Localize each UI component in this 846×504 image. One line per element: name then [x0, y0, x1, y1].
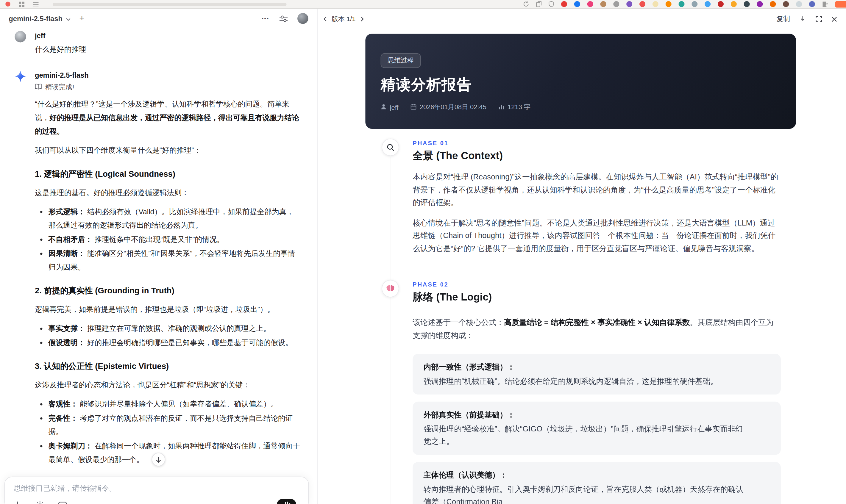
word-count-meta: 1213 字	[498, 103, 530, 112]
scroll-to-bottom-button[interactable]	[152, 452, 165, 466]
chevron-down-icon	[66, 14, 71, 22]
extension-icon[interactable]	[783, 1, 789, 7]
section-heading: 1. 逻辑的严密性 (Logical Soundness)	[35, 167, 300, 181]
chat-transcript[interactable]: jeff 什么是好的推理 gemini-2.5-flash 精读完成! “什么是…	[0, 28, 317, 504]
section-heading: 3. 认知的公正性 (Epistemic Virtues)	[35, 359, 300, 373]
list-item: 客观性： 能够识别并尽量排除个人偏见（如幸存者偏差、确认偏差）。	[49, 397, 300, 411]
shield-icon[interactable]	[549, 1, 554, 7]
extension-icon[interactable]	[613, 1, 619, 7]
extension-icon[interactable]	[718, 1, 724, 7]
close-button[interactable]	[831, 16, 838, 22]
list-icon[interactable]	[33, 1, 38, 7]
jeff-avatar	[15, 31, 26, 42]
model-name: gemini-2.5-flash	[8, 14, 63, 22]
report-meta: jeff 2026年01月08日 02:45 1213 字	[381, 103, 781, 112]
card-text: 强调推理的“机械正确”。结论必须在给定的规则系统内逻辑自洽，这是推理的硬件基础。	[424, 375, 748, 388]
book-icon	[35, 83, 42, 91]
version-next-button[interactable]	[360, 16, 364, 22]
dimension-card-3: 主体伦理（认识美德）： 转向推理者的心理特征。引入奥卡姆剃刀和反向论证，旨在克服…	[412, 462, 781, 504]
list-item: 完备性： 考虑了对立的观点和潜在的反证，而不是只选择支持自己结论的证据。	[49, 412, 300, 438]
tools-button[interactable]	[36, 501, 44, 504]
extension-icon[interactable]	[809, 1, 815, 7]
user-message: jeff 什么是好的推理	[0, 30, 317, 56]
section-lead: 这涉及推理者的心态和方法论，也是区分“杠精”和“思想家”的关键：	[35, 378, 300, 392]
download-button[interactable]	[799, 16, 806, 23]
status-text: 精读完成!	[45, 83, 74, 92]
browser-chrome-bar	[0, 0, 846, 8]
version-prev-button[interactable]	[323, 16, 327, 22]
phase-section-1: PHASE 01 全景 (The Context) 本内容是对“推理 (Reas…	[365, 139, 796, 255]
card-title: 外部真实性（前提基础）：	[424, 409, 770, 421]
list-item: 奥卡姆剃刀： 在解释同一个现象时，如果两种推理都能站得住脚，通常倾向于最简单、假…	[49, 439, 300, 466]
copy-button[interactable]: 复制	[776, 14, 790, 23]
author-meta: jeff	[381, 104, 399, 111]
extension-icon[interactable]	[561, 1, 567, 7]
new-chat-button[interactable]: +	[80, 14, 85, 23]
extension-icon[interactable]	[770, 1, 776, 7]
extension-icon[interactable]	[587, 1, 593, 7]
refresh-icon[interactable]	[523, 1, 529, 7]
more-options-button[interactable]: ⋯	[261, 14, 270, 23]
intro-bold: 好的推理是从已知信息出发，通过严密的逻辑路径，得出可靠且有说服力结论的过程。	[35, 114, 299, 136]
paragraph: 核心情境在于解决“思考的随意性”问题。不论是人类通过批判性思维进行决策，还是大语…	[412, 217, 781, 255]
gemini-logo-icon	[15, 71, 26, 82]
list-item: 形式逻辑： 结构必须有效（Valid）。比如演绎推理中，如果前提全部为真，那么通…	[49, 205, 300, 232]
list-item: 不自相矛盾： 推理链条中不能出现“既是又非”的情况。	[49, 233, 300, 246]
extension-icon[interactable]	[691, 1, 698, 7]
paragraph: 该论述基于一个核心公式：高质量结论 = 结构完整性 × 事实准确性 × 认知自律…	[412, 316, 781, 342]
apps-grid-icon[interactable]	[19, 1, 24, 7]
extension-icon[interactable]	[731, 1, 737, 7]
calendar-icon	[410, 104, 417, 111]
extension-icon[interactable]	[639, 1, 645, 7]
composer-toolbar	[14, 499, 300, 504]
extension-icon[interactable]	[653, 1, 658, 7]
extension-icons	[561, 1, 815, 7]
puzzle-icon[interactable]	[822, 1, 828, 7]
report-title: 精读分析报告	[381, 75, 781, 95]
composer-input[interactable]: 思维接口已就绪，请传输指令。	[14, 484, 300, 493]
user-avatar[interactable]	[297, 13, 309, 24]
message-composer[interactable]: 思维接口已就绪，请传输指令。	[4, 476, 309, 504]
extension-icon[interactable]	[705, 1, 710, 7]
sender-name: jeff	[35, 30, 307, 41]
paragraph: 我们可以从以下四个维度来衡量什么是“好的推理”：	[35, 143, 300, 157]
copy-page-icon[interactable]	[536, 1, 542, 7]
sender-name: gemini-2.5-flash	[35, 70, 307, 80]
extension-icon[interactable]	[757, 1, 763, 7]
panel-divider	[317, 8, 318, 504]
extension-icon[interactable]	[600, 1, 606, 7]
expand-button[interactable]	[816, 16, 822, 22]
model-selector[interactable]: gemini-2.5-flash	[8, 14, 71, 22]
list-item: 因果清晰： 能准确区分“相关性”和“因果关系”，不会轻率地将先后发生的事情归为因…	[49, 247, 300, 274]
list-item: 事实支撑： 推理建立在可靠的数据、准确的观测或公认的真理之上。	[49, 322, 300, 335]
phase-label: PHASE 01	[412, 139, 781, 146]
browser-profile-chip[interactable]	[835, 1, 846, 7]
section-lead: 这是推理的基石。好的推理必须遵循逻辑法则：	[35, 186, 300, 200]
screenshot-button[interactable]	[58, 501, 67, 504]
settings-sliders-button[interactable]	[280, 15, 287, 22]
voice-input-button[interactable]	[277, 499, 297, 504]
attach-button[interactable]	[14, 501, 22, 504]
list-item: 假设透明： 好的推理会明确指明哪些是已知事实，哪些是基于可能的假设。	[49, 336, 300, 349]
brain-icon	[382, 280, 399, 297]
card-text: 转向推理者的心理特征。引入奥卡姆剃刀和反向论证，旨在克服人类（或机器）天然存在的…	[424, 483, 748, 504]
dimension-card-2: 外部真实性（前提基础）： 强调推理的“经验校准”。解决“GIGO（垃圾进，垃圾出…	[412, 402, 781, 455]
section-heading: 2. 前提的真实性 (Grounding in Truth)	[35, 284, 300, 297]
card-title: 内部一致性（形式逻辑）：	[424, 361, 770, 373]
address-text-blurred	[53, 2, 286, 6]
phase-title: 脉络 (The Logic)	[412, 290, 781, 304]
paragraph: “什么是好的推理？”这是一个涉及逻辑学、认知科学和哲学核心的问题。简单来说，好的…	[35, 97, 300, 138]
user-message-text: 什么是好的推理	[35, 42, 300, 56]
extension-icon[interactable]	[744, 1, 750, 7]
dimension-card-1: 内部一致性（形式逻辑）： 强调推理的“机械正确”。结论必须在给定的规则系统内逻辑…	[412, 354, 781, 395]
extension-icon[interactable]	[574, 1, 580, 7]
extension-icon[interactable]	[626, 1, 632, 7]
assistant-message: gemini-2.5-flash 精读完成! “什么是好的推理？”这是一个涉及逻…	[0, 70, 317, 504]
report-hero-card: 思维过程 精读分析报告 jeff 2026年01月08日 02:45 1213 …	[365, 34, 796, 129]
traffic-light-red-icon[interactable]	[5, 1, 10, 6]
section-lead: 逻辑再完美，如果前提是错误的，推理也是垃圾（即“垃圾进，垃圾出”）。	[35, 303, 300, 316]
card-text: 强调推理的“经验校准”。解决“GIGO（垃圾进，垃圾出）”问题，确保推理引擎运行…	[424, 423, 748, 448]
extension-icon[interactable]	[666, 1, 672, 7]
extension-icon[interactable]	[796, 1, 802, 7]
extension-icon[interactable]	[678, 1, 684, 7]
